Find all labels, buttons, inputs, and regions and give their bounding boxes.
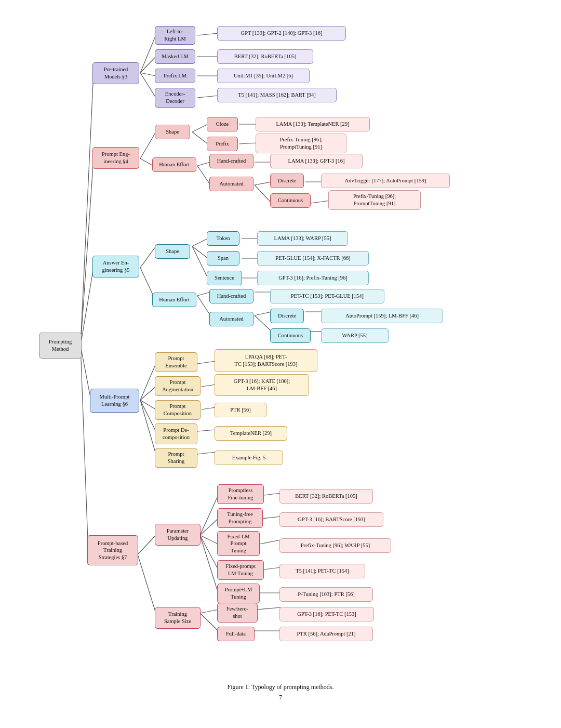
svg-line-61 (264, 567, 280, 570)
pretrained-node: Pre-trained Models §3 (92, 62, 139, 84)
pe-human-effort-node: Human Effort (152, 157, 196, 172)
ae-human-effort-label: Human Effort (159, 296, 189, 303)
svg-line-43 (140, 400, 156, 409)
param-updating-label: Parameter Updating (167, 527, 189, 541)
gpt3-kate-refs: GPT-3 [16]; KATE [100]; LM-BFF [46] (215, 374, 309, 396)
svg-line-38 (255, 315, 272, 332)
templatener-refs: TemplateNER [29] (215, 426, 287, 441)
ae-automated-label: Automated (219, 315, 244, 323)
pe-cloze-label: Cloze (216, 121, 229, 128)
svg-line-54 (200, 519, 218, 535)
ae-continuous-node: Continuous (270, 328, 311, 343)
fixed-lm-node: Fixed-LM Prompt Tuning (217, 531, 260, 556)
svg-line-3 (81, 346, 91, 400)
ptr-adaprompt-refs: PTR [56]; AdaPrompt [21] (279, 627, 373, 641)
svg-line-14 (140, 158, 153, 166)
training-sample-node: Training Sample Size (155, 607, 201, 629)
promptless-ft-label: Promptless Fine-tuning (228, 487, 253, 501)
ae-continuous-label: Continuous (278, 332, 303, 339)
svg-line-8 (140, 73, 156, 98)
bert-roberta-refs-label: BERT [32]; RoBERTa [105] (295, 493, 357, 500)
advtrigger-refs: AdvTrigger [177]; AutoPrompt [159] (321, 174, 450, 188)
ae-shape-label: Shape (166, 248, 179, 255)
ltr-lm-node: Left-to- Right LM (155, 26, 195, 45)
ae-sentence-node: Sentence (207, 271, 242, 285)
prompt-composition-label: Prompt Composition (164, 403, 192, 417)
gpt3-bartscore-refs-label: GPT-3 [16]; BARTScore [193] (298, 516, 365, 523)
svg-line-22 (255, 182, 272, 185)
prefix-tuning-refs1: Prefix-Tuning [96]; PromptTuning [91] (256, 134, 346, 153)
fixed-lm-label: Fixed-LM Prompt Tuning (227, 533, 249, 554)
t5-pettc-refs-label: T5 [141]; PET-TC [154] (296, 567, 349, 575)
svg-line-51 (138, 535, 156, 554)
ptr-refs-label: PTR [56] (230, 406, 250, 414)
prompt-lm-label: Prompt+LM Tuning (225, 586, 252, 600)
svg-line-44 (140, 400, 156, 431)
full-data-label: Full-data (226, 630, 246, 638)
prompt-sharing-node: Prompt Sharing (155, 448, 197, 468)
promptless-ft-node: Promptless Fine-tuning (217, 484, 264, 504)
ptr-adaprompt-refs-label: PTR [56]; AdaPrompt [21] (297, 630, 356, 638)
pettc-petglue-refs-label: PET-TC [153]; PET-GLUE [154] (291, 293, 364, 300)
svg-line-23 (255, 185, 272, 203)
svg-line-56 (200, 535, 218, 570)
svg-line-58 (264, 493, 280, 495)
t5-refs-label: T5 [141]; MASS [162]; BART [94] (238, 91, 315, 99)
bert-refs-label: BERT [32]; RoBERTa [105] (234, 53, 296, 60)
gpt3-pettc-refs: GPT-3 [16]; PET-TC [153] (279, 607, 374, 621)
prompt-ensemble-label: Prompt Ensemble (165, 355, 186, 369)
lpaqa-refs-label: LPAQA [68]; PET- TC [153]; BARTScore [19… (235, 353, 298, 367)
t5-refs: T5 [141]; MASS [162]; BART [94] (217, 88, 337, 102)
gpt3-prefix-refs: GPT-3 [16]; Prefix-Tuning [96] (257, 271, 369, 285)
prompt-augmentation-node: Prompt Augmentation (155, 376, 201, 396)
answer-eng-label: Answer En- gineering §5 (102, 259, 130, 273)
encoder-decoder-node: Encoder- Decoder (155, 88, 195, 108)
ae-sentence-label: Sentence (215, 274, 234, 282)
ltr-lm-label: Left-to- Right LM (164, 28, 186, 42)
svg-line-35 (197, 296, 210, 315)
lama-gpt3-refs-label: LAMA [133]; GPT-3 [16] (288, 157, 345, 165)
svg-line-53 (200, 495, 218, 535)
svg-line-28 (192, 239, 208, 246)
gpt3-kate-refs-label: GPT-3 [16]; KATE [100]; LM-BFF [46] (234, 378, 290, 392)
ae-discrete-label: Discrete (278, 312, 296, 320)
param-updating-node: Parameter Updating (155, 524, 201, 546)
prefix-warp-refs-label: Prefix-Tuning [96]; WARP [55] (301, 542, 370, 549)
prompting-method-node: Prompting Method (39, 333, 82, 359)
prompt-decomposition-node: Prompt De- composition (155, 423, 197, 444)
prompt-eng-label: Prompt Eng- ineering §4 (102, 151, 130, 165)
svg-line-25 (311, 201, 330, 203)
svg-line-65 (257, 607, 280, 610)
svg-line-57 (200, 535, 218, 593)
svg-line-16 (192, 132, 208, 144)
ptr-refs: PTR [56] (215, 403, 266, 417)
svg-line-19 (197, 162, 210, 166)
ptuning-ptr-refs-label: P-Tuning [103]; PTR [56] (298, 591, 355, 598)
ae-human-effort-node: Human Effort (152, 293, 196, 307)
unimlm-refs-label: UniLM1 [35]; UniLM2 [6] (234, 72, 293, 80)
bert-roberta-refs: BERT [32]; RoBERTa [105] (279, 489, 373, 504)
few-zero-label: Few/zero- shot (226, 605, 249, 619)
figure: Prompting Method Pre-trained Models §3 L… (31, 10, 530, 707)
svg-line-46 (197, 361, 216, 364)
pe-handcrafted-node: Hand-crafted (209, 154, 253, 168)
svg-line-7 (140, 73, 156, 76)
lama-warp-refs-label: LAMA [133]; WARP [55] (274, 235, 331, 242)
svg-line-42 (140, 387, 156, 400)
autoprompt-refs: AutoPrompt [159]; LM-BFF [46] (321, 309, 443, 323)
fixed-prompt-label: Fixed-prompt LM Tuning (225, 563, 256, 577)
ae-span-label: Span (218, 255, 229, 262)
ae-automated-node: Automated (209, 312, 253, 326)
templatener-refs-label: TemplateNER [29] (230, 430, 272, 437)
prompt-ensemble-node: Prompt Ensemble (155, 352, 197, 372)
svg-line-45 (140, 400, 156, 454)
tuning-free-node: Tuning-free Prompting (217, 508, 263, 528)
ae-token-label: Token (216, 235, 230, 242)
pe-handcrafted-label: Hand-crafted (217, 157, 246, 165)
ptuning-ptr-refs: P-Tuning [103]; PTR [56] (279, 587, 373, 602)
lama-refs1: LAMA [133]; TemplateNER [29] (256, 117, 370, 131)
pe-shape-node: Shape (155, 125, 190, 139)
ae-span-node: Span (207, 251, 239, 266)
answer-eng-node: Answer En- gineering §5 (92, 256, 139, 277)
svg-line-1 (81, 158, 94, 346)
